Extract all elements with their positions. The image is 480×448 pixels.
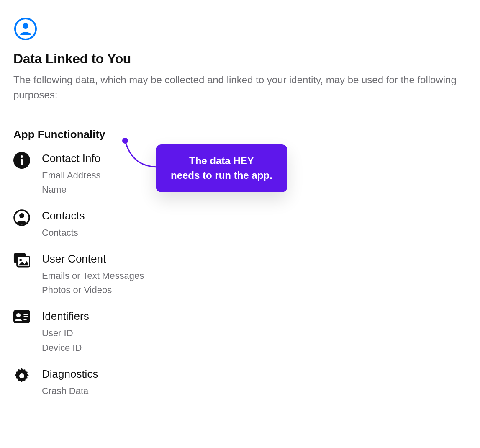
data-item-sub: Email Address: [42, 168, 467, 183]
data-item-contacts: Contacts Contacts: [13, 209, 467, 240]
svg-point-1: [23, 23, 28, 29]
data-item-sub: Name: [42, 183, 467, 197]
section-title: App Functionality: [13, 128, 467, 141]
svg-point-6: [19, 213, 24, 218]
person-circle-icon: [13, 17, 467, 43]
data-item-title: Contact Info: [42, 152, 467, 165]
svg-point-3: [21, 155, 23, 158]
data-item-sub: Device ID: [42, 341, 467, 355]
svg-rect-13: [23, 316, 28, 317]
contacts-icon: [13, 209, 30, 226]
data-item-user-content: User Content Emails or Text Messages Pho…: [13, 252, 467, 297]
data-type-list: Contact Info Email Address Name Contacts…: [13, 152, 467, 398]
info-icon: [13, 152, 30, 169]
svg-point-9: [19, 259, 22, 261]
data-item-contact-info: Contact Info Email Address Name: [13, 152, 467, 197]
photos-icon: [13, 252, 30, 268]
svg-rect-14: [23, 319, 27, 320]
data-item-sub: Crash Data: [42, 384, 467, 398]
svg-point-11: [16, 313, 21, 317]
page-title: Data Linked to You: [13, 51, 467, 67]
id-card-icon: [13, 310, 30, 323]
gear-icon: [13, 368, 30, 384]
page-description: The following data, which may be collect…: [13, 72, 467, 103]
data-item-diagnostics: Diagnostics Crash Data: [13, 368, 467, 398]
divider: [13, 116, 467, 116]
privacy-panel: Data Linked to You The following data, w…: [0, 0, 480, 412]
data-item-title: Identifiers: [42, 310, 467, 323]
data-item-title: Diagnostics: [42, 368, 467, 381]
data-item-sub: Emails or Text Messages: [42, 269, 467, 283]
data-item-identifiers: Identifiers User ID Device ID: [13, 310, 467, 355]
svg-rect-12: [23, 314, 28, 315]
data-item-sub: Photos or Videos: [42, 283, 467, 297]
data-item-sub: User ID: [42, 326, 467, 340]
svg-rect-4: [21, 159, 23, 165]
data-item-sub: Contacts: [42, 226, 467, 240]
data-item-title: Contacts: [42, 209, 467, 222]
svg-point-15: [19, 373, 24, 378]
data-item-title: User Content: [42, 252, 467, 265]
